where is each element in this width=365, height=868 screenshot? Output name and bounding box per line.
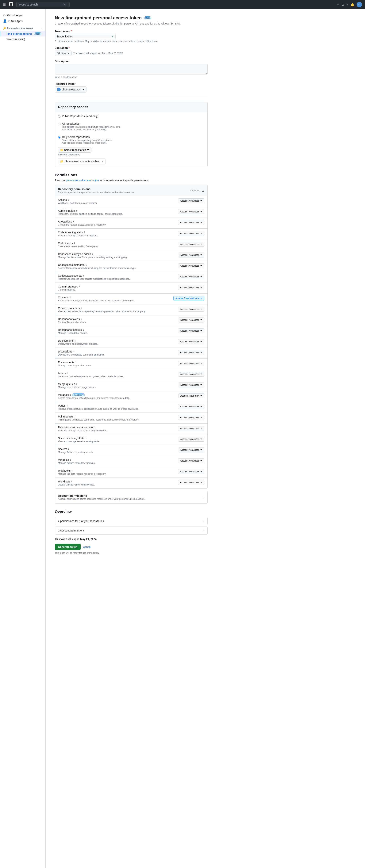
perm-variables: Variablesℹ Manage Actions repository var… [55,456,207,467]
dependabot-secrets-access-btn[interactable]: Access: No access ▼ [178,328,204,333]
actions-info-icon[interactable]: ℹ [68,198,69,201]
sidebar-item-oauth-apps[interactable]: 👤 OAuth Apps [0,18,45,24]
sidebar-item-fine-grained[interactable]: Fine-grained tokens Beta [0,31,45,36]
account-permissions-row[interactable]: Account permissions Account permissions … [55,491,208,503]
deployments-access-btn[interactable]: Access: No access ▼ [178,339,204,344]
dependabot-secrets-info-icon[interactable]: ℹ [83,329,84,331]
cs-lifecycle-info-icon[interactable]: ℹ [92,253,93,255]
repo-perm-header[interactable]: Repository permissions Repository permis… [55,185,207,196]
discussions-access-btn[interactable]: Access: No access ▼ [178,350,204,355]
select-repositories-button[interactable]: 📁 Select repositories ▼ [58,147,91,153]
radio-select-input[interactable] [58,136,60,138]
plus-icon[interactable]: ＋ [336,3,339,7]
overview-item-account[interactable]: 0 Account permissions › [55,527,208,534]
main-content: New fine-grained personal access token B… [45,9,217,868]
radio-all-input[interactable] [58,123,60,125]
fine-grained-label: Fine-grained tokens [6,32,32,35]
account-perm-title: Account permissions [58,494,145,497]
codespaces-lifecycle-access-btn[interactable]: Access: No access ▼ [178,252,204,257]
secrets-access-btn[interactable]: Access: No access ▼ [178,447,204,453]
security-advisories-access-btn[interactable]: Access: No access ▼ [178,426,204,431]
dependabot-alerts-info-icon[interactable]: ℹ [81,318,82,320]
top-bar-left: ☰ Type / to search ⌘/ [3,2,69,7]
merge-queues-info-icon[interactable]: ℹ [76,383,77,385]
merge-queues-access-btn[interactable]: Access: No access ▼ [178,382,204,388]
repo-permissions-category: Repository permissions Repository permis… [55,185,208,489]
issues-info-icon[interactable]: ℹ [67,372,68,374]
code-scanning-access-btn[interactable]: Access: No access ▼ [178,231,204,236]
issue-icon[interactable]: ⊙ [342,3,344,6]
sidebar-item-tokens-classic[interactable]: Tokens (classic) [0,36,45,42]
user-avatar[interactable]: C [357,2,362,7]
codespaces-secrets-access-btn[interactable]: Access: No access ▼ [178,274,204,279]
cancel-link[interactable]: Cancel [83,545,91,548]
attestations-access-btn[interactable]: Access: No access ▼ [178,220,204,225]
search-bar[interactable]: Type / to search ⌘/ [17,2,69,7]
pull-requests-access-btn[interactable]: Access: No access ▼ [178,415,204,420]
contents-info-icon[interactable]: ℹ [70,296,71,299]
commit-statuses-info-icon[interactable]: ℹ [79,285,80,288]
issues-access-btn[interactable]: Access: No access ▼ [178,372,204,377]
pull-requests-info-icon[interactable]: ℹ [74,415,75,418]
expiration-label: Expiration * [55,46,208,50]
pages-info-icon[interactable]: ℹ [67,404,68,407]
metadata-access-btn[interactable]: Access: Read-only ▼ [178,393,204,398]
custom-props-info-icon[interactable]: ℹ [81,307,82,310]
permissions-doc-link[interactable]: permissions documentation [66,179,99,182]
contents-access-btn[interactable]: Access: Read and write ▼ [173,296,204,301]
token-name-input[interactable] [55,34,116,39]
cs-metadata-info-icon[interactable]: ℹ [86,264,87,266]
admin-info-icon[interactable]: ℹ [76,209,77,212]
oauth-apps-icon: 👤 [3,19,7,23]
pages-access-btn[interactable]: Access: No access ▼ [178,404,204,409]
radio-public-input[interactable] [58,115,60,118]
permissions-section: Permissions Read our permissions documen… [55,173,208,503]
radio-select[interactable]: Only select repositories Select at least… [55,133,207,147]
description-textarea[interactable] [55,64,208,74]
discussions-info-icon[interactable]: ℹ [73,350,74,353]
dependabot-alerts-access-btn[interactable]: Access: No access ▼ [178,317,204,322]
workflows-info-icon[interactable]: ℹ [71,480,72,483]
repo-perm-subtitle: Repository permissions permit access to … [58,191,135,194]
environments-info-icon[interactable]: ℹ [75,361,77,364]
variables-info-icon[interactable]: ℹ [70,459,71,461]
resource-owner-selector[interactable]: C chonkaresaurus ▼ [55,87,87,93]
perm-codespaces-metadata: Codespaces metadataℹ Access Codespaces m… [55,261,207,272]
overview-item-repos[interactable]: 2 permissions for 1 of your repositories… [55,517,208,525]
codespaces-access-btn[interactable]: Access: No access ▼ [178,242,204,247]
secret-scanning-info-icon[interactable]: ℹ [86,437,87,439]
repo-chip-close[interactable]: × [102,160,103,163]
workflows-access-btn[interactable]: Access: No access ▼ [178,480,204,485]
environments-access-btn[interactable]: Access: No access ▼ [178,361,204,366]
webhooks-info-icon[interactable]: ℹ [72,469,72,472]
radio-all[interactable]: All repositories This applies to all cur… [55,120,207,133]
attestations-info-icon[interactable]: ℹ [73,220,74,223]
secrets-info-icon[interactable]: ℹ [68,448,69,450]
codespaces-metadata-access-btn[interactable]: Access: No access ▼ [178,264,204,268]
token-name-hint: A unique name for this token. May be vis… [55,40,208,42]
administration-access-btn[interactable]: Access: No access ▼ [178,209,204,214]
repo-access-title: Repository access [58,105,88,109]
page-title: New fine-grained personal access token B… [55,15,208,21]
cs-secrets-info-icon[interactable]: ℹ [83,274,84,277]
metadata-info-icon[interactable]: ℹ [70,394,71,396]
generate-token-button[interactable]: Generate token [55,544,81,550]
radio-public[interactable]: Public Repositories (read-only) [55,112,207,120]
sidebar-section-personal-tokens[interactable]: 🔑 Personal access tokens ▾ [0,26,45,31]
hamburger-menu[interactable]: ☰ [3,3,6,6]
sidebar-item-github-apps[interactable]: ⚙ GitHub Apps [0,12,45,18]
secret-scanning-access-btn[interactable]: Access: No access ▼ [178,437,204,442]
code-scanning-info-icon[interactable]: ℹ [84,231,85,234]
expiration-select[interactable]: 30 days ▼ [55,51,72,56]
pull-request-icon[interactable]: ⑂ [346,3,348,6]
security-advisories-info-icon[interactable]: ℹ [94,426,95,429]
notification-icon[interactable]: 🔔 [351,3,354,6]
codespaces-info-icon[interactable]: ℹ [74,242,75,245]
commit-statuses-access-btn[interactable]: Access: No access ▼ [178,285,204,290]
variables-access-btn[interactable]: Access: No access ▼ [178,458,204,463]
custom-properties-access-btn[interactable]: Access: No access ▼ [178,307,204,312]
deployments-info-icon[interactable]: ℹ [75,339,75,342]
github-logo[interactable] [9,2,13,7]
webhooks-access-btn[interactable]: Access: No access ▼ [178,469,204,474]
actions-access-btn[interactable]: Access: No access ▼ [178,198,204,203]
